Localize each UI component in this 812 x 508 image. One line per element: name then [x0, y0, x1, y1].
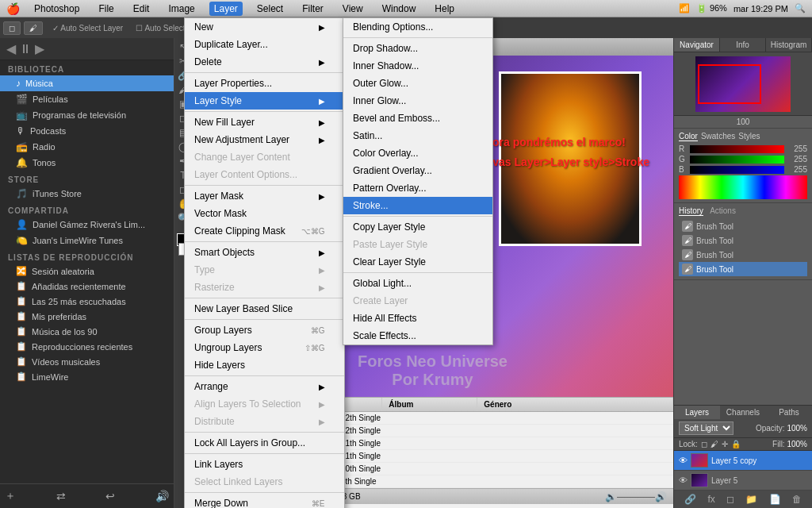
brush-mode[interactable]: 🖌: [24, 21, 43, 35]
add-playlist-btn[interactable]: ＋: [5, 489, 16, 503]
lock-transparent-btn[interactable]: ◻: [701, 440, 707, 448]
history-item-2[interactable]: 🖌 Brush Tool: [679, 233, 807, 248]
panel-item-itunes-store[interactable]: 🎵 iTunes Store: [0, 186, 174, 202]
menu-filter[interactable]: Filter: [297, 2, 328, 16]
tab-navigator[interactable]: Navigator: [674, 38, 720, 52]
r-slider[interactable]: [690, 145, 784, 153]
menu-edit[interactable]: Edit: [128, 2, 155, 16]
history-item-4[interactable]: 🖌 Brush Tool: [679, 262, 807, 276]
dd-group-layers[interactable]: Group Layers ⌘G: [185, 321, 344, 339]
menu-photoshop[interactable]: Photoshop: [29, 2, 84, 16]
dd-drop-shadow[interactable]: Drop Shadow...: [343, 40, 492, 57]
volume-slider[interactable]: 🔉————🔊: [605, 491, 667, 502]
tools-button[interactable]: ◻: [3, 21, 21, 35]
panel-item-videos[interactable]: 📋 Vídeos musicales: [0, 354, 174, 369]
repeat-btn[interactable]: ↩: [105, 490, 115, 502]
dd-copy-style[interactable]: Copy Layer Style: [343, 218, 492, 236]
panel-item-daniel[interactable]: 👤 Daniel Gámez Rivera's Lim...: [0, 217, 174, 233]
menu-select[interactable]: Select: [252, 2, 288, 16]
dd-pattern-overlay[interactable]: Pattern Overlay...: [343, 179, 492, 197]
dd-link-layers[interactable]: Link Layers: [185, 456, 344, 473]
history-item-1[interactable]: 🖌 Brush Tool: [679, 219, 807, 233]
dd-bevel-emboss[interactable]: Bevel and Emboss...: [343, 110, 492, 127]
tab-layers[interactable]: Layers: [674, 406, 720, 419]
menu-file[interactable]: File: [94, 2, 118, 16]
panel-item-radio[interactable]: 📻 Radio: [0, 139, 174, 155]
panel-item-90s[interactable]: 📋 Música de los 90: [0, 324, 174, 339]
dd-duplicate[interactable]: Duplicate Layer...: [185, 36, 344, 53]
tab-history[interactable]: History: [679, 206, 703, 216]
panel-item-preferidas[interactable]: 📋 Mis preferidas: [0, 309, 174, 324]
tab-paths[interactable]: Paths: [766, 406, 812, 419]
dd-new-fill[interactable]: New Fill Layer ▶: [185, 114, 344, 131]
panel-item-anadidas[interactable]: 📋 Añadidas recientemente: [0, 279, 174, 294]
panel-item-juan[interactable]: 🍋 Juan's LimeWire Tunes: [0, 233, 174, 248]
menu-window[interactable]: Window: [377, 2, 421, 16]
dd-vector-mask[interactable]: Vector Mask: [185, 205, 344, 222]
dd-color-overlay[interactable]: Color Overlay...: [343, 144, 492, 162]
panel-item-musica[interactable]: ♪ Música: [0, 75, 174, 91]
layer-style-submenu[interactable]: Blending Options... Drop Shadow... Inner…: [343, 17, 493, 345]
dd-new[interactable]: New ▶: [185, 18, 344, 36]
tab-styles[interactable]: Styles: [738, 132, 760, 141]
color-spectrum[interactable]: [679, 175, 807, 199]
tab-actions[interactable]: Actions: [710, 206, 736, 216]
lock-all-btn[interactable]: 🔒: [731, 440, 741, 448]
shuffle-btn[interactable]: ⇄: [56, 490, 66, 502]
pause-btn[interactable]: ⏸: [19, 42, 32, 56]
dd-smart-obj[interactable]: Smart Objects ▶: [185, 244, 344, 261]
back-btn[interactable]: ◀: [6, 41, 16, 56]
tab-histogram[interactable]: Histogram: [766, 38, 812, 52]
panel-item-peliculas[interactable]: 🎬 Películas: [0, 91, 174, 107]
panel-item-recientes[interactable]: 📋 Reproducciones recientes: [0, 339, 174, 354]
blend-mode-select[interactable]: Soft Light Normal Multiply: [679, 421, 733, 435]
dd-gradient-overlay[interactable]: Gradient Overlay...: [343, 162, 492, 179]
link-layers-btn[interactable]: 🔗: [684, 494, 696, 505]
eye-icon-5copy[interactable]: 👁: [679, 456, 688, 465]
dd-inner-shadow[interactable]: Inner Shadow...: [343, 57, 492, 75]
panel-item-top25[interactable]: 📋 Las 25 más escuchadas: [0, 294, 174, 309]
dd-blend-opts[interactable]: Blending Options...: [343, 18, 492, 36]
panel-item-tv[interactable]: 📺 Programas de televisión: [0, 107, 174, 123]
new-layer-btn[interactable]: 📄: [769, 494, 781, 505]
dd-layer-style[interactable]: Layer Style ▶: [185, 92, 344, 110]
lock-move-btn[interactable]: ✛: [722, 440, 728, 448]
dd-clip-mask[interactable]: Create Clipping Mask ⌥⌘G: [185, 222, 344, 240]
eye-icon-5[interactable]: 👁: [679, 475, 688, 485]
dd-scale-effects[interactable]: Scale Effects...: [343, 327, 492, 344]
add-mask-btn[interactable]: ◻: [726, 494, 734, 505]
menu-help[interactable]: Help: [430, 2, 459, 16]
dd-hide-layers[interactable]: Hide Layers: [185, 356, 344, 374]
dd-arrange[interactable]: Arrange ▶: [185, 378, 344, 395]
layer-dropdown[interactable]: New ▶ Duplicate Layer... Delete ▶ Layer …: [184, 17, 345, 508]
tab-channels[interactable]: Channels: [720, 406, 766, 419]
dd-new-adj[interactable]: New Adjustment Layer ▶: [185, 131, 344, 148]
lock-paint-btn[interactable]: 🖌: [710, 440, 718, 448]
fwd-btn[interactable]: ▶: [35, 41, 44, 56]
dd-inner-glow[interactable]: Inner Glow...: [343, 92, 492, 110]
menu-image[interactable]: Image: [163, 2, 199, 16]
dd-hide-effects[interactable]: Hide All Effects: [343, 310, 492, 327]
dd-layer-props[interactable]: Layer Properties...: [185, 75, 344, 92]
history-item-3[interactable]: 🖌 Brush Tool: [679, 248, 807, 262]
dd-delete[interactable]: Delete ▶: [185, 53, 344, 71]
spotlight-icon[interactable]: 🔍: [795, 3, 806, 13]
g-slider[interactable]: [690, 156, 784, 164]
dd-stroke[interactable]: Stroke...: [343, 197, 492, 214]
delete-layer-btn[interactable]: 🗑: [792, 494, 802, 505]
panel-item-tonos[interactable]: 🔔 Tonos: [0, 155, 174, 171]
b-slider[interactable]: [690, 166, 784, 174]
dd-ungroup[interactable]: Ungroup Layers ⇧⌘G: [185, 339, 344, 356]
dd-clear-style[interactable]: Clear Layer Style: [343, 253, 492, 271]
dd-new-slice[interactable]: New Layer Based Slice: [185, 300, 344, 318]
layer-item-5copy[interactable]: 👁 Layer 5 copy: [674, 451, 812, 471]
dd-global-light[interactable]: Global Light...: [343, 275, 492, 292]
dd-layer-mask[interactable]: Layer Mask ▶: [185, 187, 344, 205]
apple-menu[interactable]: 🍎: [6, 2, 20, 15]
add-group-btn[interactable]: 📁: [745, 494, 757, 505]
dd-lock-all[interactable]: Lock All Layers in Group...: [185, 434, 344, 452]
dd-merge-down[interactable]: Merge Down ⌘E: [185, 495, 344, 508]
tab-swatches[interactable]: Swatches: [701, 132, 735, 141]
add-style-btn[interactable]: fx: [707, 494, 714, 505]
panel-item-limewire[interactable]: 📋 LimeWire: [0, 369, 174, 384]
